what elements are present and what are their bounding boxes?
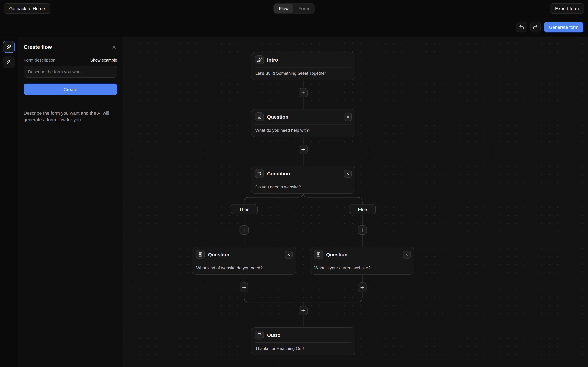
plus-icon (301, 147, 306, 152)
flow-node-outro[interactable]: Outro Thanks for Reaching Out! (251, 327, 355, 355)
redo-icon (533, 24, 538, 30)
node-title: Question (326, 252, 347, 257)
plus-icon (242, 285, 247, 290)
create-button[interactable]: Create (24, 83, 117, 95)
panel-title: Create flow (24, 44, 52, 50)
export-form-button[interactable]: Export form (550, 3, 584, 14)
delete-node-button[interactable] (285, 250, 293, 258)
branch-tree-icon (255, 169, 264, 178)
branch-else-badge[interactable]: Else (349, 204, 376, 214)
node-body: What kind of website do you need? (192, 262, 296, 274)
redo-button[interactable] (530, 22, 541, 32)
node-title: Intro (267, 57, 278, 63)
sparkles-icon (6, 44, 12, 50)
form-description-input[interactable] (24, 66, 117, 78)
flow-node-question-2[interactable]: Question What kind of website do you nee… (192, 247, 296, 275)
close-icon (287, 252, 291, 256)
close-icon (346, 115, 350, 119)
generate-form-button[interactable]: Generate form (544, 22, 583, 32)
view-switcher: Flow Form (273, 3, 315, 14)
show-example-link[interactable]: Show example (90, 58, 117, 63)
node-body: What do you need help with? (251, 125, 355, 137)
tool-rail (0, 37, 18, 367)
form-rows-icon (196, 250, 205, 259)
flow-node-intro[interactable]: Intro Let's Build Something Great Togeth… (251, 52, 355, 80)
plus-icon (242, 227, 247, 233)
undo-icon (519, 24, 524, 30)
rocket-icon (255, 55, 264, 64)
flow-connectors (123, 37, 588, 367)
delete-node-button[interactable] (344, 170, 352, 177)
create-flow-panel: Create flow Form description Show exampl… (18, 37, 123, 367)
node-body: What is your current website? (311, 262, 414, 274)
close-icon (346, 172, 350, 175)
close-panel-button[interactable] (111, 44, 117, 50)
magic-wand-tool-button[interactable] (3, 56, 15, 68)
add-node-button[interactable] (240, 283, 248, 292)
flag-icon (255, 331, 264, 340)
node-body: Do you need a website? (251, 181, 355, 193)
node-title: Condition (267, 171, 290, 176)
delete-node-button[interactable] (403, 250, 411, 258)
app-window: Go back to Home Flow Form Export form Ge… (0, 0, 588, 367)
node-title: Question (267, 114, 288, 120)
undo-button[interactable] (516, 22, 527, 32)
add-node-button[interactable] (240, 225, 249, 235)
form-rows-icon (255, 112, 264, 121)
add-node-button[interactable] (299, 306, 308, 315)
flow-canvas[interactable]: Intro Let's Build Something Great Togeth… (123, 37, 588, 367)
plus-icon (360, 227, 365, 233)
panel-description: Describe the form you want and the AI wi… (24, 110, 117, 123)
add-node-button[interactable] (299, 145, 308, 154)
divider (24, 103, 117, 103)
magic-wand-icon (6, 59, 12, 65)
plus-icon (301, 308, 306, 313)
create-flow-tool-button[interactable] (3, 41, 15, 53)
tab-form[interactable]: Form (294, 4, 314, 13)
node-title: Outro (267, 332, 281, 338)
add-node-button[interactable] (299, 88, 308, 97)
go-back-home-button[interactable]: Go back to Home (4, 3, 50, 14)
tab-flow[interactable]: Flow (274, 4, 293, 13)
flow-node-question-1[interactable]: Question What do you need help with? (251, 109, 355, 137)
plus-icon (301, 90, 306, 95)
flow-node-condition[interactable]: Condition Do you need a website? (251, 166, 355, 194)
add-node-button[interactable] (358, 283, 366, 292)
node-body: Let's Build Something Great Together (251, 67, 355, 80)
delete-node-button[interactable] (344, 113, 352, 121)
form-rows-icon (314, 250, 323, 259)
close-icon (405, 252, 409, 256)
flow-node-question-3[interactable]: Question What is your current website? (310, 247, 415, 275)
canvas-toolbar: Generate form (0, 17, 588, 37)
branch-then-badge[interactable]: Then (231, 204, 258, 214)
top-bar: Go back to Home Flow Form Export form (0, 0, 588, 17)
node-title: Question (208, 252, 229, 257)
close-icon (111, 45, 116, 50)
node-body: Thanks for Reaching Out! (251, 343, 355, 355)
plus-icon (360, 285, 365, 290)
form-description-label: Form description (24, 58, 55, 63)
add-node-button[interactable] (358, 225, 367, 235)
